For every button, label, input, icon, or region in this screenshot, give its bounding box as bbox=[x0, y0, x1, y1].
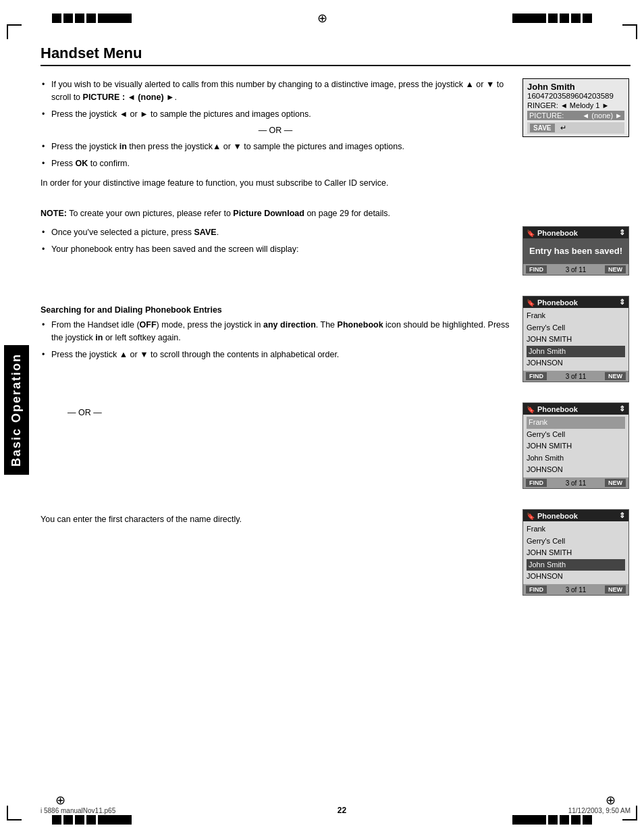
bullet-list-2: Press the joystick in then press the joy… bbox=[41, 140, 510, 170]
pb2-body: Frank Gerry's Cell JOHN SMITH John Smith… bbox=[523, 415, 628, 477]
pb2-footer: FIND 3 of 11 NEW bbox=[523, 477, 628, 488]
pb1-find[interactable]: FIND bbox=[526, 372, 547, 380]
pb2-entry-gerry: Gerry's Cell bbox=[527, 429, 625, 440]
sidebar: Basic Operation bbox=[0, 41, 32, 780]
text-col-5: You can enter the first characters of th… bbox=[41, 509, 510, 605]
corner-bracket-tr bbox=[622, 24, 637, 39]
pb3-title: Phonebook bbox=[537, 512, 578, 520]
pb-footer: FIND 3 of 11 NEW bbox=[523, 264, 628, 275]
section-2: Once you've selected a picture, press SA… bbox=[41, 226, 630, 285]
or-divider-2: — OR — bbox=[68, 408, 510, 417]
phonebook-icon: 🔖 bbox=[527, 230, 535, 237]
screen-save-row: SAVE ↵ bbox=[527, 122, 624, 134]
pb2-entry-johnsmith: John Smith bbox=[527, 452, 625, 464]
corner-bracket-tl bbox=[7, 24, 22, 39]
picture-value: ◄ (none) ► bbox=[582, 111, 622, 120]
pb3-entry-frank: Frank bbox=[527, 523, 625, 535]
pb1-sort: ⇕ bbox=[619, 298, 625, 307]
phonebook-screen-1-col: 🔖Phonebook ⇕ Frank Gerry's Cell JOHN SMI… bbox=[522, 296, 630, 392]
bullet-list-3: Once you've selected a picture, press SA… bbox=[41, 226, 510, 256]
pb3-header: 🔖Phonebook ⇕ bbox=[523, 510, 628, 521]
pb2-title: Phonebook bbox=[537, 405, 578, 413]
bottom-left-text: i 5886 manualNov11.p65 bbox=[41, 807, 115, 814]
entry-saved-widget: 🔖Phonebook ⇕ Entry has been saved! FIND … bbox=[522, 226, 629, 276]
note-caller-id: In order for your distinctive image feat… bbox=[41, 177, 510, 190]
page-number: 22 bbox=[338, 806, 346, 815]
pb2-sort: ⇕ bbox=[619, 405, 625, 413]
ringer-value: ◄ Melody 1 ► bbox=[560, 101, 610, 109]
pb3-entry-johnsmith-upper: JOHN SMITH bbox=[527, 547, 625, 558]
bullet-item: Press the joystick in then press the joy… bbox=[41, 140, 510, 153]
screen-contact-number: 16047203589604203589 bbox=[527, 92, 624, 100]
pb1-entry-frank: Frank bbox=[527, 310, 625, 321]
bullet-item: Press OK to confirm. bbox=[41, 157, 510, 170]
bottom-info-bar: i 5886 manualNov11.p65 22 11/12/2003, 9:… bbox=[41, 806, 630, 815]
bottom-right-text: 11/12/2003, 9:50 AM bbox=[568, 807, 630, 814]
pb3-entry-gerry: Gerry's Cell bbox=[527, 536, 625, 547]
pb3-entry-johnson: JOHNSON bbox=[527, 571, 625, 582]
text-col-1: If you wish to be visually alerted to ca… bbox=[41, 78, 510, 197]
pb2-header: 🔖Phonebook ⇕ bbox=[523, 403, 628, 415]
final-text: You can enter the first characters of th… bbox=[41, 515, 510, 524]
pb3-count: 3 of 11 bbox=[566, 586, 587, 594]
pb2-icon: 🔖 bbox=[527, 406, 535, 413]
text-col-4: — OR — bbox=[41, 402, 510, 498]
note-block: NOTE: To create your own pictures, pleas… bbox=[41, 207, 630, 220]
sidebar-label: Basic Operation bbox=[4, 345, 29, 475]
bottom-decoration-bar bbox=[0, 815, 644, 825]
section-4: — OR — 🔖Phonebook ⇕ Frank Gerry's Cell J… bbox=[41, 402, 630, 498]
phonebook-screen-1: 🔖Phonebook ⇕ Frank Gerry's Cell JOHN SMI… bbox=[522, 296, 629, 382]
pb1-new[interactable]: NEW bbox=[605, 372, 626, 380]
pb2-entry-frank: Frank bbox=[527, 417, 625, 428]
pb3-find[interactable]: FIND bbox=[526, 585, 547, 594]
bullet-item: Press the joystick ▲ or ▼ to scroll thro… bbox=[41, 348, 510, 361]
section-3: Searching for and Dialing Phonebook Entr… bbox=[41, 296, 630, 392]
pb-sort-icon: ⇕ bbox=[619, 228, 625, 237]
pb3-sort: ⇕ bbox=[619, 511, 625, 520]
pb1-icon: 🔖 bbox=[527, 299, 535, 307]
section-5: You can enter the first characters of th… bbox=[41, 509, 630, 605]
left-crosshair-icon: ⊕ bbox=[15, 417, 25, 432]
text-col-3: Searching for and Dialing Phonebook Entr… bbox=[41, 296, 510, 392]
find-button[interactable]: FIND bbox=[526, 265, 547, 273]
pb1-footer: FIND 3 of 11 NEW bbox=[523, 371, 628, 382]
entry-count: 3 of 11 bbox=[566, 266, 587, 273]
bullet-item: From the Handset idle (OFF) mode, press … bbox=[41, 319, 510, 344]
pb3-new[interactable]: NEW bbox=[605, 585, 626, 594]
pb3-entry-johnsmith: John Smith bbox=[527, 559, 625, 571]
screen-picture-row: PICTURE: ◄ (none) ► bbox=[527, 111, 624, 120]
page-title: Handset Menu bbox=[41, 45, 630, 66]
screen-ringer-row: RINGER: ◄ Melody 1 ► bbox=[527, 101, 624, 109]
pb1-count: 3 of 11 bbox=[566, 373, 587, 380]
section-1: If you wish to be visually alerted to ca… bbox=[41, 78, 630, 197]
ringer-label: RINGER: bbox=[527, 101, 558, 109]
pb3-body: Frank Gerry's Cell JOHN SMITH John Smith… bbox=[523, 521, 628, 584]
section-header: Searching for and Dialing Phonebook Entr… bbox=[41, 305, 510, 315]
pb1-body: Frank Gerry's Cell JOHN SMITH John Smith… bbox=[523, 308, 628, 371]
bullet-item: Once you've selected a picture, press SA… bbox=[41, 226, 510, 239]
pb2-count: 3 of 11 bbox=[566, 479, 587, 487]
pb1-entry-johnson: JOHNSON bbox=[527, 357, 625, 369]
bullet-list-4: From the Handset idle (OFF) mode, press … bbox=[41, 319, 510, 361]
pb1-entry-johnsmith-upper: JOHN SMITH bbox=[527, 334, 625, 345]
john-smith-screen: John Smith 16047203589604203589 RINGER: … bbox=[522, 78, 629, 137]
pb2-find[interactable]: FIND bbox=[526, 479, 547, 487]
pb1-header: 🔖Phonebook ⇕ bbox=[523, 296, 628, 308]
bullet-item: Press the joystick ◄ or ► to sample the … bbox=[41, 108, 510, 121]
pb2-entry-johnsmith-upper: JOHN SMITH bbox=[527, 440, 625, 452]
new-button[interactable]: NEW bbox=[605, 265, 626, 273]
pb1-title: Phonebook bbox=[537, 298, 578, 307]
pb-header: 🔖Phonebook ⇕ bbox=[523, 227, 628, 238]
pb1-entry-johnsmith: John Smith bbox=[527, 346, 625, 357]
phonebook-screen-3-col: 🔖Phonebook ⇕ Frank Gerry's Cell JOHN SMI… bbox=[522, 509, 630, 605]
picture-label: PICTURE: bbox=[529, 111, 564, 120]
pb-header-label: Phonebook bbox=[537, 229, 578, 237]
pb2-new[interactable]: NEW bbox=[605, 479, 626, 487]
info-screen: John Smith 16047203589604203589 RINGER: … bbox=[522, 78, 630, 197]
main-content: Handset Menu If you wish to be visually … bbox=[41, 24, 630, 656]
pb3-icon: 🔖 bbox=[527, 513, 535, 520]
bullet-list-1: If you wish to be visually alerted to ca… bbox=[41, 78, 510, 120]
top-decoration-bar bbox=[0, 12, 644, 24]
entry-saved-screen: 🔖Phonebook ⇕ Entry has been saved! FIND … bbox=[522, 226, 630, 285]
text-col-2: Once you've selected a picture, press SA… bbox=[41, 226, 510, 285]
